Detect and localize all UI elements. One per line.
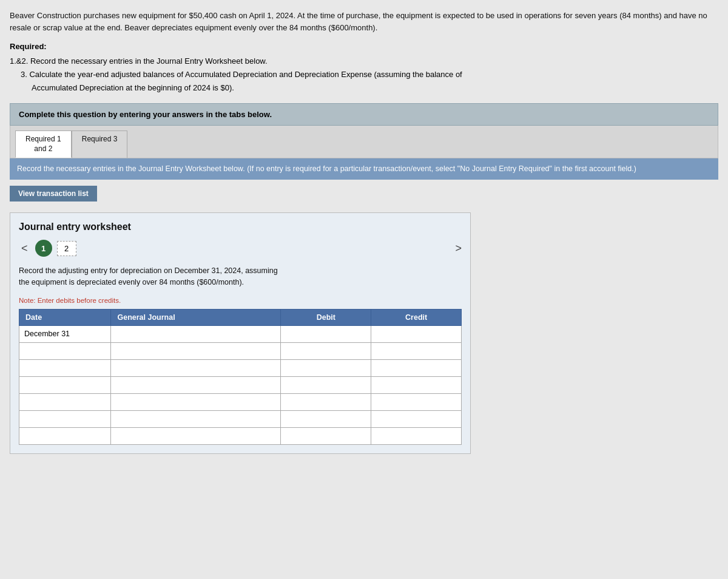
entry-description: Record the adjusting entry for depreciat…: [19, 265, 462, 288]
date-input[interactable]: [24, 364, 106, 372]
credit-input[interactable]: [376, 330, 456, 338]
debit-input[interactable]: [286, 415, 366, 423]
journal-table: Date General Journal Debit Credit: [19, 309, 462, 445]
debit-input[interactable]: [286, 398, 366, 406]
credit-input[interactable]: [376, 381, 456, 389]
date-cell[interactable]: [19, 393, 111, 410]
general-journal-input[interactable]: [116, 415, 275, 423]
date-cell[interactable]: [19, 410, 111, 427]
date-cell[interactable]: [19, 359, 111, 376]
journal-area: Journal entry worksheet < 1 2 > Record t…: [10, 212, 471, 454]
general-journal-cell[interactable]: [111, 427, 281, 444]
credit-input[interactable]: [376, 415, 456, 423]
date-input[interactable]: [24, 330, 106, 338]
debit-input[interactable]: [286, 330, 366, 338]
page-current-bubble[interactable]: 1: [35, 240, 52, 257]
credit-cell[interactable]: [371, 427, 462, 444]
required-item-3-line2: Accumulated Depreciation at the beginnin…: [32, 81, 718, 95]
complete-banner: Complete this question by entering your …: [10, 103, 718, 126]
date-cell[interactable]: [19, 376, 111, 393]
debit-input[interactable]: [286, 364, 366, 372]
general-journal-input[interactable]: [116, 398, 275, 406]
debit-cell[interactable]: [281, 342, 371, 359]
col-header-general-journal: General Journal: [111, 309, 281, 325]
date-input[interactable]: [24, 398, 106, 406]
general-journal-input[interactable]: [116, 381, 275, 389]
table-row: [19, 359, 462, 376]
required-item-3-line1: 3. Calculate the year-end adjusted balan…: [21, 68, 718, 81]
debit-cell[interactable]: [281, 359, 371, 376]
view-transaction-button[interactable]: View transaction list: [10, 186, 97, 201]
general-journal-cell[interactable]: [111, 376, 281, 393]
tab-required-1-2[interactable]: Required 1 and 2: [15, 130, 72, 158]
debit-cell[interactable]: [281, 393, 371, 410]
debit-input[interactable]: [286, 432, 366, 440]
debit-cell[interactable]: [281, 427, 371, 444]
nav-right-arrow[interactable]: >: [455, 242, 462, 255]
general-journal-cell[interactable]: [111, 359, 281, 376]
credit-input[interactable]: [376, 364, 456, 372]
page-next-box[interactable]: 2: [57, 241, 76, 256]
credit-cell[interactable]: [371, 342, 462, 359]
tab-required-3[interactable]: Required 3: [72, 130, 128, 158]
date-input[interactable]: [24, 347, 106, 355]
credit-input[interactable]: [376, 432, 456, 440]
nav-row: < 1 2 >: [19, 240, 462, 257]
date-input[interactable]: [24, 415, 106, 423]
date-input[interactable]: [24, 432, 106, 440]
general-journal-input[interactable]: [116, 364, 275, 372]
table-row: [19, 410, 462, 427]
required-item-1-2: 1.&2. Record the necessary entries in th…: [10, 55, 718, 68]
date-cell[interactable]: [19, 325, 111, 342]
table-row: [19, 393, 462, 410]
table-row: [19, 376, 462, 393]
journal-title: Journal entry worksheet: [19, 222, 462, 232]
credit-cell[interactable]: [371, 393, 462, 410]
debit-cell[interactable]: [281, 376, 371, 393]
date-cell[interactable]: [19, 342, 111, 359]
date-input[interactable]: [24, 381, 106, 389]
intro-paragraph: Beaver Construction purchases new equipm…: [10, 10, 718, 33]
credit-input[interactable]: [376, 347, 456, 355]
col-header-debit: Debit: [281, 309, 371, 325]
required-header: Required:: [10, 42, 718, 51]
general-journal-input[interactable]: [116, 347, 275, 355]
instruction-bar: Record the necessary entries in the Jour…: [10, 158, 718, 180]
general-journal-cell[interactable]: [111, 325, 281, 342]
debit-input[interactable]: [286, 347, 366, 355]
credit-cell[interactable]: [371, 410, 462, 427]
credit-cell[interactable]: [371, 376, 462, 393]
general-journal-cell[interactable]: [111, 393, 281, 410]
credit-cell[interactable]: [371, 359, 462, 376]
tabs-area: Required 1 and 2 Required 3: [10, 126, 718, 158]
table-row: [19, 427, 462, 444]
col-header-credit: Credit: [371, 309, 462, 325]
page-container: Beaver Construction purchases new equipm…: [0, 0, 728, 579]
required-items-block: 1.&2. Record the necessary entries in th…: [10, 55, 718, 95]
note-text: Note: Enter debits before credits.: [19, 297, 462, 304]
credit-input[interactable]: [376, 398, 456, 406]
debit-cell[interactable]: [281, 325, 371, 342]
general-journal-input[interactable]: [116, 432, 275, 440]
debit-cell[interactable]: [281, 410, 371, 427]
nav-left-arrow[interactable]: <: [19, 241, 30, 256]
credit-cell[interactable]: [371, 325, 462, 342]
table-row: [19, 325, 462, 342]
tabs-row: Required 1 and 2 Required 3: [15, 130, 713, 158]
general-journal-cell[interactable]: [111, 342, 281, 359]
table-row: [19, 342, 462, 359]
general-journal-input[interactable]: [116, 330, 275, 338]
general-journal-cell[interactable]: [111, 410, 281, 427]
debit-input[interactable]: [286, 381, 366, 389]
date-cell[interactable]: [19, 427, 111, 444]
col-header-date: Date: [19, 309, 111, 325]
